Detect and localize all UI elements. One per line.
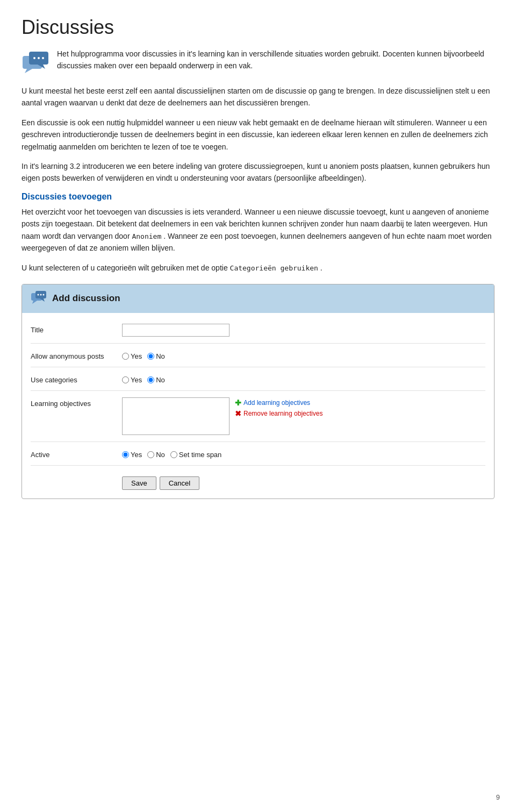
- svg-marker-1: [25, 69, 32, 73]
- form-header: Add discussion: [22, 284, 494, 313]
- active-label: Active: [31, 448, 122, 459]
- title-control: [122, 324, 485, 337]
- objectives-control: ✚ Add learning objectives ✖ Remove learn…: [122, 397, 485, 435]
- plus-icon: ✚: [235, 398, 241, 407]
- active-radio-group: Yes No Set time span: [122, 448, 221, 459]
- save-button[interactable]: Save: [122, 476, 156, 490]
- categories-no-radio[interactable]: [147, 376, 154, 383]
- cancel-button[interactable]: Cancel: [160, 476, 199, 490]
- add-discussion-form: Add discussion Title Allow anonymous pos…: [22, 284, 494, 499]
- objectives-links: ✚ Add learning objectives ✖ Remove learn…: [235, 397, 322, 418]
- add-objectives-text: Add learning objectives: [243, 399, 310, 407]
- anoniem-code: Anoniem: [132, 232, 161, 240]
- body-paragraph-5: Het overzicht voor het toevoegen van dis…: [22, 206, 494, 254]
- categories-radio-group: Yes No: [122, 374, 165, 384]
- header-paragraph-1: Het hulpprogramma voor discussies in it'…: [57, 48, 494, 72]
- active-yes-radio[interactable]: [122, 451, 129, 458]
- active-timespan-label[interactable]: Set time span: [170, 451, 222, 459]
- title-input[interactable]: [122, 324, 230, 337]
- section-heading-discussions: Discussies toevoegen: [22, 192, 494, 202]
- body-paragraph-3: Een discussie is ook een nuttig hulpmidd…: [22, 117, 494, 153]
- objectives-textarea[interactable]: [122, 397, 230, 435]
- add-objectives-link[interactable]: ✚ Add learning objectives: [235, 398, 322, 407]
- body-paragraph-6: U kunt selecteren of u categorieën wilt …: [22, 262, 494, 274]
- form-row-title: Title: [31, 324, 485, 344]
- form-row-objectives: Learning objectives ✚ Add learning objec…: [31, 397, 485, 442]
- remove-objectives-text: Remove learning objectives: [243, 410, 322, 417]
- categories-yes-label[interactable]: Yes: [122, 376, 142, 384]
- svg-point-11: [38, 294, 39, 295]
- title-label: Title: [31, 324, 122, 334]
- remove-objectives-link[interactable]: ✖ Remove learning objectives: [235, 409, 322, 418]
- form-header-title: Add discussion: [52, 293, 120, 304]
- categories-label: Use categories: [31, 374, 122, 384]
- objectives-label: Learning objectives: [31, 397, 122, 408]
- anonymous-radio-group: Yes No: [122, 350, 165, 360]
- form-header-icon: [31, 290, 47, 308]
- form-buttons: Save Cancel: [31, 472, 485, 490]
- discussion-icon: [22, 49, 49, 77]
- learning-objectives-area: ✚ Add learning objectives ✖ Remove learn…: [122, 397, 322, 435]
- svg-point-13: [43, 294, 45, 295]
- svg-point-5: [38, 57, 40, 59]
- anonymous-no-radio[interactable]: [147, 353, 154, 360]
- categories-control: Yes No: [122, 374, 485, 384]
- svg-marker-8: [32, 301, 37, 304]
- page-title: Discussies: [22, 16, 494, 39]
- categories-no-label[interactable]: No: [147, 376, 165, 384]
- active-control: Yes No Set time span: [122, 448, 485, 459]
- header-paragraph-2: U kunt meestal het beste eerst zelf een …: [22, 85, 494, 109]
- categorien-code: Categorieën gebruiken: [230, 264, 318, 272]
- anonymous-label: Allow anonymous posts: [31, 350, 122, 360]
- active-no-radio[interactable]: [147, 451, 154, 458]
- svg-point-4: [33, 57, 35, 59]
- form-row-anonymous: Allow anonymous posts Yes No: [31, 350, 485, 367]
- anonymous-no-label[interactable]: No: [147, 352, 165, 360]
- anonymous-yes-label[interactable]: Yes: [122, 352, 142, 360]
- active-timespan-radio[interactable]: [170, 451, 177, 458]
- categories-yes-radio[interactable]: [122, 376, 129, 383]
- body-paragraph-4: In it's learning 3.2 introduceren we een…: [22, 160, 494, 184]
- active-no-label[interactable]: No: [147, 451, 165, 459]
- form-body: Title Allow anonymous posts Yes No: [22, 313, 494, 498]
- form-row-active: Active Yes No Set time span: [31, 448, 485, 466]
- form-row-categories: Use categories Yes No: [31, 374, 485, 391]
- svg-point-6: [42, 57, 44, 59]
- anonymous-control: Yes No: [122, 350, 485, 360]
- svg-point-12: [40, 294, 42, 295]
- active-yes-label[interactable]: Yes: [122, 451, 142, 459]
- x-icon: ✖: [235, 409, 241, 418]
- anonymous-yes-radio[interactable]: [122, 353, 129, 360]
- header-section: Het hulpprogramma voor discussies in it'…: [22, 48, 494, 77]
